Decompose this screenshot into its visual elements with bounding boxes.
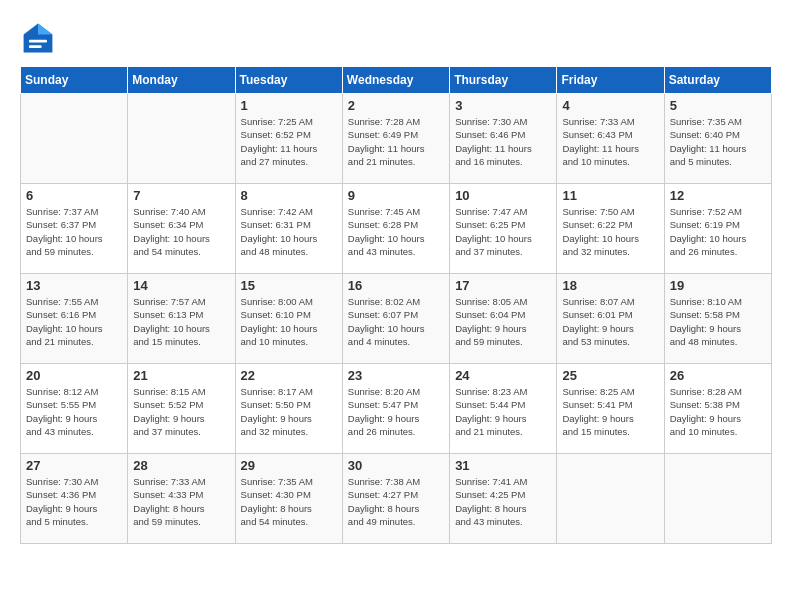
calendar-header: SundayMondayTuesdayWednesdayThursdayFrid…	[21, 67, 772, 94]
day-number: 18	[562, 278, 658, 293]
day-info: Sunrise: 8:17 AM Sunset: 5:50 PM Dayligh…	[241, 385, 337, 438]
day-info: Sunrise: 7:33 AM Sunset: 4:33 PM Dayligh…	[133, 475, 229, 528]
day-number: 13	[26, 278, 122, 293]
calendar-cell: 24Sunrise: 8:23 AM Sunset: 5:44 PM Dayli…	[450, 364, 557, 454]
day-number: 15	[241, 278, 337, 293]
calendar-cell: 1Sunrise: 7:25 AM Sunset: 6:52 PM Daylig…	[235, 94, 342, 184]
day-info: Sunrise: 8:10 AM Sunset: 5:58 PM Dayligh…	[670, 295, 766, 348]
svg-marker-1	[38, 24, 52, 35]
day-number: 2	[348, 98, 444, 113]
weekday-header: Friday	[557, 67, 664, 94]
day-number: 29	[241, 458, 337, 473]
calendar-cell: 3Sunrise: 7:30 AM Sunset: 6:46 PM Daylig…	[450, 94, 557, 184]
day-number: 25	[562, 368, 658, 383]
day-number: 5	[670, 98, 766, 113]
calendar-cell: 10Sunrise: 7:47 AM Sunset: 6:25 PM Dayli…	[450, 184, 557, 274]
day-info: Sunrise: 7:41 AM Sunset: 4:25 PM Dayligh…	[455, 475, 551, 528]
day-info: Sunrise: 8:15 AM Sunset: 5:52 PM Dayligh…	[133, 385, 229, 438]
weekday-header: Wednesday	[342, 67, 449, 94]
calendar-cell: 8Sunrise: 7:42 AM Sunset: 6:31 PM Daylig…	[235, 184, 342, 274]
day-number: 7	[133, 188, 229, 203]
day-number: 12	[670, 188, 766, 203]
calendar-cell: 7Sunrise: 7:40 AM Sunset: 6:34 PM Daylig…	[128, 184, 235, 274]
calendar-cell: 11Sunrise: 7:50 AM Sunset: 6:22 PM Dayli…	[557, 184, 664, 274]
calendar-cell	[21, 94, 128, 184]
day-number: 26	[670, 368, 766, 383]
svg-rect-3	[29, 45, 42, 48]
weekday-row: SundayMondayTuesdayWednesdayThursdayFrid…	[21, 67, 772, 94]
calendar-cell: 21Sunrise: 8:15 AM Sunset: 5:52 PM Dayli…	[128, 364, 235, 454]
calendar-body: 1Sunrise: 7:25 AM Sunset: 6:52 PM Daylig…	[21, 94, 772, 544]
day-info: Sunrise: 8:20 AM Sunset: 5:47 PM Dayligh…	[348, 385, 444, 438]
day-number: 6	[26, 188, 122, 203]
calendar-week-row: 27Sunrise: 7:30 AM Sunset: 4:36 PM Dayli…	[21, 454, 772, 544]
day-number: 1	[241, 98, 337, 113]
day-number: 30	[348, 458, 444, 473]
day-info: Sunrise: 8:12 AM Sunset: 5:55 PM Dayligh…	[26, 385, 122, 438]
calendar-week-row: 20Sunrise: 8:12 AM Sunset: 5:55 PM Dayli…	[21, 364, 772, 454]
calendar-week-row: 6Sunrise: 7:37 AM Sunset: 6:37 PM Daylig…	[21, 184, 772, 274]
day-number: 27	[26, 458, 122, 473]
day-info: Sunrise: 8:23 AM Sunset: 5:44 PM Dayligh…	[455, 385, 551, 438]
calendar-cell: 29Sunrise: 7:35 AM Sunset: 4:30 PM Dayli…	[235, 454, 342, 544]
calendar-cell: 5Sunrise: 7:35 AM Sunset: 6:40 PM Daylig…	[664, 94, 771, 184]
calendar-cell: 26Sunrise: 8:28 AM Sunset: 5:38 PM Dayli…	[664, 364, 771, 454]
day-number: 21	[133, 368, 229, 383]
calendar-cell: 25Sunrise: 8:25 AM Sunset: 5:41 PM Dayli…	[557, 364, 664, 454]
calendar-cell: 2Sunrise: 7:28 AM Sunset: 6:49 PM Daylig…	[342, 94, 449, 184]
day-info: Sunrise: 7:28 AM Sunset: 6:49 PM Dayligh…	[348, 115, 444, 168]
calendar-cell: 6Sunrise: 7:37 AM Sunset: 6:37 PM Daylig…	[21, 184, 128, 274]
weekday-header: Monday	[128, 67, 235, 94]
day-number: 3	[455, 98, 551, 113]
calendar-cell: 16Sunrise: 8:02 AM Sunset: 6:07 PM Dayli…	[342, 274, 449, 364]
calendar-cell: 4Sunrise: 7:33 AM Sunset: 6:43 PM Daylig…	[557, 94, 664, 184]
day-info: Sunrise: 7:30 AM Sunset: 4:36 PM Dayligh…	[26, 475, 122, 528]
calendar-cell	[557, 454, 664, 544]
day-number: 22	[241, 368, 337, 383]
day-info: Sunrise: 7:35 AM Sunset: 4:30 PM Dayligh…	[241, 475, 337, 528]
day-info: Sunrise: 7:33 AM Sunset: 6:43 PM Dayligh…	[562, 115, 658, 168]
svg-rect-2	[29, 40, 47, 43]
day-number: 16	[348, 278, 444, 293]
weekday-header: Sunday	[21, 67, 128, 94]
day-number: 19	[670, 278, 766, 293]
day-info: Sunrise: 7:50 AM Sunset: 6:22 PM Dayligh…	[562, 205, 658, 258]
calendar-cell: 27Sunrise: 7:30 AM Sunset: 4:36 PM Dayli…	[21, 454, 128, 544]
calendar-table: SundayMondayTuesdayWednesdayThursdayFrid…	[20, 66, 772, 544]
day-number: 17	[455, 278, 551, 293]
day-info: Sunrise: 8:02 AM Sunset: 6:07 PM Dayligh…	[348, 295, 444, 348]
logo	[20, 20, 62, 56]
day-info: Sunrise: 8:28 AM Sunset: 5:38 PM Dayligh…	[670, 385, 766, 438]
day-info: Sunrise: 7:37 AM Sunset: 6:37 PM Dayligh…	[26, 205, 122, 258]
day-info: Sunrise: 8:07 AM Sunset: 6:01 PM Dayligh…	[562, 295, 658, 348]
page-header	[20, 20, 772, 56]
day-number: 11	[562, 188, 658, 203]
calendar-week-row: 1Sunrise: 7:25 AM Sunset: 6:52 PM Daylig…	[21, 94, 772, 184]
day-info: Sunrise: 7:57 AM Sunset: 6:13 PM Dayligh…	[133, 295, 229, 348]
logo-icon	[20, 20, 56, 56]
day-number: 23	[348, 368, 444, 383]
calendar-cell: 19Sunrise: 8:10 AM Sunset: 5:58 PM Dayli…	[664, 274, 771, 364]
weekday-header: Saturday	[664, 67, 771, 94]
calendar-cell: 20Sunrise: 8:12 AM Sunset: 5:55 PM Dayli…	[21, 364, 128, 454]
calendar-cell: 30Sunrise: 7:38 AM Sunset: 4:27 PM Dayli…	[342, 454, 449, 544]
day-info: Sunrise: 7:38 AM Sunset: 4:27 PM Dayligh…	[348, 475, 444, 528]
day-number: 28	[133, 458, 229, 473]
day-info: Sunrise: 7:25 AM Sunset: 6:52 PM Dayligh…	[241, 115, 337, 168]
day-number: 9	[348, 188, 444, 203]
calendar-cell: 15Sunrise: 8:00 AM Sunset: 6:10 PM Dayli…	[235, 274, 342, 364]
day-info: Sunrise: 7:42 AM Sunset: 6:31 PM Dayligh…	[241, 205, 337, 258]
day-info: Sunrise: 7:55 AM Sunset: 6:16 PM Dayligh…	[26, 295, 122, 348]
day-info: Sunrise: 8:00 AM Sunset: 6:10 PM Dayligh…	[241, 295, 337, 348]
day-info: Sunrise: 7:40 AM Sunset: 6:34 PM Dayligh…	[133, 205, 229, 258]
calendar-cell: 22Sunrise: 8:17 AM Sunset: 5:50 PM Dayli…	[235, 364, 342, 454]
day-info: Sunrise: 8:25 AM Sunset: 5:41 PM Dayligh…	[562, 385, 658, 438]
calendar-cell: 13Sunrise: 7:55 AM Sunset: 6:16 PM Dayli…	[21, 274, 128, 364]
calendar-cell: 12Sunrise: 7:52 AM Sunset: 6:19 PM Dayli…	[664, 184, 771, 274]
calendar-cell: 28Sunrise: 7:33 AM Sunset: 4:33 PM Dayli…	[128, 454, 235, 544]
weekday-header: Thursday	[450, 67, 557, 94]
calendar-cell	[128, 94, 235, 184]
calendar-cell: 18Sunrise: 8:07 AM Sunset: 6:01 PM Dayli…	[557, 274, 664, 364]
day-number: 14	[133, 278, 229, 293]
day-info: Sunrise: 7:35 AM Sunset: 6:40 PM Dayligh…	[670, 115, 766, 168]
